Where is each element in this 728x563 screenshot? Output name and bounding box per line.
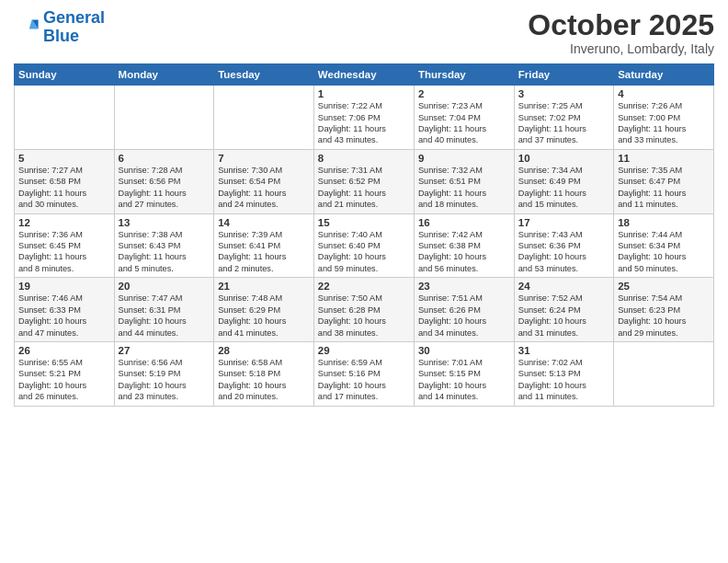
cell-3-6: 25Sunrise: 7:54 AM Sunset: 6:23 PM Dayli… bbox=[614, 278, 714, 342]
header-tuesday: Tuesday bbox=[214, 64, 314, 86]
cell-4-6 bbox=[614, 341, 714, 406]
cell-3-4: 23Sunrise: 7:51 AM Sunset: 6:26 PM Dayli… bbox=[414, 278, 514, 342]
day-number: 23 bbox=[418, 281, 510, 292]
week-row-1: 5Sunrise: 7:27 AM Sunset: 6:58 PM Daylig… bbox=[15, 149, 714, 213]
day-number: 1 bbox=[318, 88, 410, 99]
day-number: 9 bbox=[418, 153, 510, 164]
cell-2-1: 13Sunrise: 7:38 AM Sunset: 6:43 PM Dayli… bbox=[114, 213, 214, 278]
day-info: Sunrise: 6:55 AM Sunset: 5:21 PM Dayligh… bbox=[18, 357, 110, 403]
cell-3-5: 24Sunrise: 7:52 AM Sunset: 6:24 PM Dayli… bbox=[514, 278, 613, 342]
day-number: 6 bbox=[119, 153, 210, 164]
cell-2-6: 18Sunrise: 7:44 AM Sunset: 6:34 PM Dayli… bbox=[614, 213, 714, 278]
day-number: 24 bbox=[518, 281, 609, 292]
day-info: Sunrise: 7:51 AM Sunset: 6:26 PM Dayligh… bbox=[418, 293, 510, 339]
day-number: 19 bbox=[18, 281, 110, 292]
day-info: Sunrise: 6:59 AM Sunset: 5:16 PM Dayligh… bbox=[318, 357, 410, 403]
header-friday: Friday bbox=[514, 64, 613, 86]
day-number: 2 bbox=[418, 88, 510, 99]
logo-blue: Blue bbox=[43, 28, 105, 46]
day-info: Sunrise: 7:30 AM Sunset: 6:54 PM Dayligh… bbox=[218, 165, 310, 211]
cell-0-0 bbox=[15, 86, 115, 150]
cell-1-4: 9Sunrise: 7:32 AM Sunset: 6:51 PM Daylig… bbox=[414, 149, 514, 213]
cell-3-0: 19Sunrise: 7:46 AM Sunset: 6:33 PM Dayli… bbox=[15, 278, 115, 342]
cell-4-4: 30Sunrise: 7:01 AM Sunset: 5:15 PM Dayli… bbox=[414, 341, 514, 406]
header: General Blue October 2025 Inveruno, Lomb… bbox=[14, 9, 714, 56]
week-row-0: 1Sunrise: 7:22 AM Sunset: 7:06 PM Daylig… bbox=[15, 86, 714, 150]
day-number: 16 bbox=[418, 217, 510, 228]
cell-1-5: 10Sunrise: 7:34 AM Sunset: 6:49 PM Dayli… bbox=[514, 149, 613, 213]
page: General Blue October 2025 Inveruno, Lomb… bbox=[0, 0, 728, 563]
cell-3-2: 21Sunrise: 7:48 AM Sunset: 6:29 PM Dayli… bbox=[214, 278, 314, 342]
day-number: 30 bbox=[418, 345, 510, 356]
cell-2-0: 12Sunrise: 7:36 AM Sunset: 6:45 PM Dayli… bbox=[15, 213, 115, 278]
day-info: Sunrise: 7:47 AM Sunset: 6:31 PM Dayligh… bbox=[119, 293, 210, 339]
header-wednesday: Wednesday bbox=[313, 64, 414, 86]
day-info: Sunrise: 7:48 AM Sunset: 6:29 PM Dayligh… bbox=[218, 293, 310, 339]
day-number: 31 bbox=[518, 345, 609, 356]
day-info: Sunrise: 7:23 AM Sunset: 7:04 PM Dayligh… bbox=[418, 100, 510, 146]
day-info: Sunrise: 7:32 AM Sunset: 6:51 PM Dayligh… bbox=[418, 165, 510, 211]
cell-3-1: 20Sunrise: 7:47 AM Sunset: 6:31 PM Dayli… bbox=[114, 278, 214, 342]
logo: General Blue bbox=[14, 9, 105, 46]
logo-general: General bbox=[43, 8, 105, 27]
calendar-body: 1Sunrise: 7:22 AM Sunset: 7:06 PM Daylig… bbox=[15, 86, 714, 406]
calendar-table: SundayMondayTuesdayWednesdayThursdayFrid… bbox=[14, 63, 714, 406]
day-number: 17 bbox=[518, 217, 609, 228]
main-title: October 2025 bbox=[528, 9, 714, 41]
cell-0-5: 3Sunrise: 7:25 AM Sunset: 7:02 PM Daylig… bbox=[514, 86, 613, 150]
cell-4-3: 29Sunrise: 6:59 AM Sunset: 5:16 PM Dayli… bbox=[313, 341, 414, 406]
cell-4-1: 27Sunrise: 6:56 AM Sunset: 5:19 PM Dayli… bbox=[114, 341, 214, 406]
day-info: Sunrise: 7:40 AM Sunset: 6:40 PM Dayligh… bbox=[318, 229, 410, 275]
day-info: Sunrise: 7:31 AM Sunset: 6:52 PM Dayligh… bbox=[318, 165, 410, 211]
day-number: 13 bbox=[119, 217, 210, 228]
cell-2-5: 17Sunrise: 7:43 AM Sunset: 6:36 PM Dayli… bbox=[514, 213, 613, 278]
day-info: Sunrise: 7:34 AM Sunset: 6:49 PM Dayligh… bbox=[518, 165, 609, 211]
cell-2-2: 14Sunrise: 7:39 AM Sunset: 6:41 PM Dayli… bbox=[214, 213, 314, 278]
day-info: Sunrise: 6:56 AM Sunset: 5:19 PM Dayligh… bbox=[119, 357, 210, 403]
day-info: Sunrise: 7:28 AM Sunset: 6:56 PM Dayligh… bbox=[119, 165, 210, 211]
day-info: Sunrise: 7:46 AM Sunset: 6:33 PM Dayligh… bbox=[18, 293, 110, 339]
cell-0-4: 2Sunrise: 7:23 AM Sunset: 7:04 PM Daylig… bbox=[414, 86, 514, 150]
day-number: 10 bbox=[518, 153, 609, 164]
cell-3-3: 22Sunrise: 7:50 AM Sunset: 6:28 PM Dayli… bbox=[313, 278, 414, 342]
day-number: 8 bbox=[318, 153, 410, 164]
cell-0-2 bbox=[214, 86, 314, 150]
day-info: Sunrise: 7:26 AM Sunset: 7:00 PM Dayligh… bbox=[618, 100, 710, 146]
day-number: 4 bbox=[618, 88, 710, 99]
day-info: Sunrise: 7:44 AM Sunset: 6:34 PM Dayligh… bbox=[618, 229, 710, 275]
day-number: 5 bbox=[18, 153, 110, 164]
day-info: Sunrise: 7:35 AM Sunset: 6:47 PM Dayligh… bbox=[618, 165, 710, 211]
day-info: Sunrise: 7:43 AM Sunset: 6:36 PM Dayligh… bbox=[518, 229, 609, 275]
day-number: 11 bbox=[618, 153, 710, 164]
day-number: 15 bbox=[318, 217, 410, 228]
day-info: Sunrise: 7:22 AM Sunset: 7:06 PM Dayligh… bbox=[318, 100, 410, 146]
day-number: 21 bbox=[218, 281, 310, 292]
cell-1-3: 8Sunrise: 7:31 AM Sunset: 6:52 PM Daylig… bbox=[313, 149, 414, 213]
cell-1-2: 7Sunrise: 7:30 AM Sunset: 6:54 PM Daylig… bbox=[214, 149, 314, 213]
header-sunday: Sunday bbox=[15, 64, 115, 86]
header-saturday: Saturday bbox=[614, 64, 714, 86]
day-number: 7 bbox=[218, 153, 310, 164]
day-number: 22 bbox=[318, 281, 410, 292]
cell-0-6: 4Sunrise: 7:26 AM Sunset: 7:00 PM Daylig… bbox=[614, 86, 714, 150]
day-info: Sunrise: 7:52 AM Sunset: 6:24 PM Dayligh… bbox=[518, 293, 609, 339]
cell-4-2: 28Sunrise: 6:58 AM Sunset: 5:18 PM Dayli… bbox=[214, 341, 314, 406]
day-number: 26 bbox=[18, 345, 110, 356]
day-info: Sunrise: 7:27 AM Sunset: 6:58 PM Dayligh… bbox=[18, 165, 110, 211]
day-number: 27 bbox=[119, 345, 210, 356]
day-info: Sunrise: 7:38 AM Sunset: 6:43 PM Dayligh… bbox=[119, 229, 210, 275]
day-number: 20 bbox=[119, 281, 210, 292]
week-row-4: 26Sunrise: 6:55 AM Sunset: 5:21 PM Dayli… bbox=[15, 341, 714, 406]
cell-4-5: 31Sunrise: 7:02 AM Sunset: 5:13 PM Dayli… bbox=[514, 341, 613, 406]
logo-icon bbox=[14, 15, 40, 40]
day-info: Sunrise: 7:25 AM Sunset: 7:02 PM Dayligh… bbox=[518, 100, 609, 146]
day-number: 12 bbox=[18, 217, 110, 228]
cell-2-3: 15Sunrise: 7:40 AM Sunset: 6:40 PM Dayli… bbox=[313, 213, 414, 278]
day-info: Sunrise: 7:39 AM Sunset: 6:41 PM Dayligh… bbox=[218, 229, 310, 275]
day-info: Sunrise: 7:36 AM Sunset: 6:45 PM Dayligh… bbox=[18, 229, 110, 275]
day-number: 3 bbox=[518, 88, 609, 99]
day-info: Sunrise: 7:02 AM Sunset: 5:13 PM Dayligh… bbox=[518, 357, 609, 403]
day-info: Sunrise: 7:54 AM Sunset: 6:23 PM Dayligh… bbox=[618, 293, 710, 339]
header-monday: Monday bbox=[114, 64, 214, 86]
title-block: October 2025 Inveruno, Lombardy, Italy bbox=[528, 9, 714, 56]
